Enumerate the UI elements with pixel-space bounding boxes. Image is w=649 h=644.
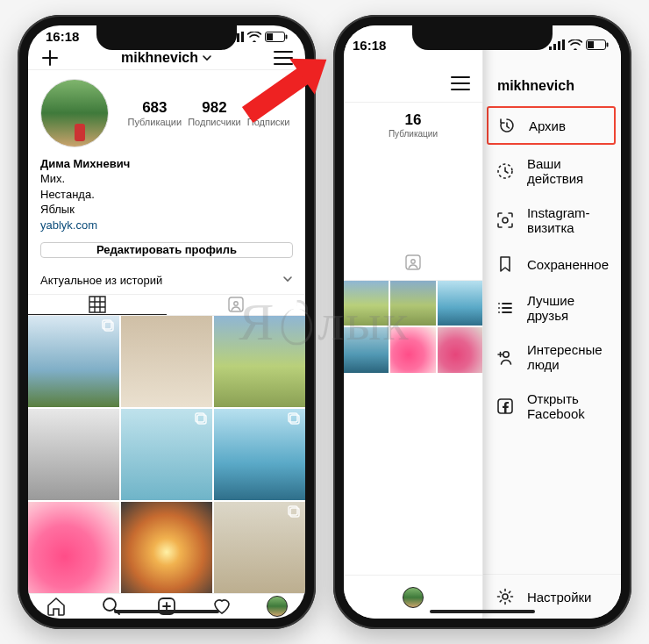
bio-link[interactable]: yablyk.com — [40, 218, 293, 233]
tab-new-post[interactable] — [155, 595, 178, 618]
status-time: 16:18 — [46, 29, 79, 44]
status-icons — [549, 39, 609, 50]
notch — [412, 25, 553, 50]
posts-label: Публикации — [128, 117, 182, 127]
screen-right: 16:18 . 16 Публикации — [344, 25, 621, 619]
menu-item-saved[interactable]: Сохраненное — [483, 245, 621, 283]
post-thumb[interactable] — [344, 281, 389, 326]
profile-header: mikhnevich — [28, 47, 305, 70]
tab-search[interactable] — [100, 595, 123, 618]
tab-tagged-partial[interactable] — [344, 244, 482, 280]
status-icons — [228, 32, 288, 42]
edit-profile-button[interactable]: Редактировать профиль — [40, 242, 293, 258]
posts-label: Публикации — [389, 129, 438, 139]
add-post-icon — [156, 596, 177, 617]
svg-rect-5 — [267, 33, 273, 40]
svg-rect-6 — [286, 34, 288, 39]
menu-list: Архив Ваши действия Instagram-визитка Со… — [483, 101, 621, 574]
avatar-mini-icon — [403, 587, 424, 608]
chevron-down-icon — [282, 274, 293, 287]
bio: Дима Михневич Мих. Нестанда. Яблык yably… — [28, 156, 305, 242]
history-icon — [497, 116, 517, 135]
menu-item-discover-people[interactable]: Интересные люди — [483, 333, 621, 382]
posts-grid — [28, 316, 305, 593]
svg-rect-26 — [588, 41, 594, 48]
svg-point-32 — [503, 594, 508, 599]
phone-right: 16:18 . 16 Публикации — [333, 15, 631, 629]
wifi-icon — [568, 39, 582, 50]
menu-item-close-friends[interactable]: Лучшие друзья — [483, 283, 621, 333]
tab-profile[interactable] — [266, 595, 289, 618]
scan-icon — [496, 211, 515, 230]
gear-icon — [496, 587, 515, 606]
clock-icon — [496, 161, 515, 181]
post-thumb[interactable] — [214, 316, 305, 407]
menu-item-label: Сохраненное — [527, 257, 609, 272]
svg-rect-3 — [241, 32, 244, 42]
tab-tagged[interactable] — [167, 295, 305, 315]
svg-rect-24 — [562, 39, 565, 50]
menu-item-archive[interactable]: Архив — [487, 106, 616, 145]
battery-icon — [586, 39, 609, 50]
post-thumb[interactable] — [121, 502, 212, 593]
tagged-icon — [227, 296, 245, 313]
username-dropdown[interactable]: mikhnevich — [121, 50, 212, 66]
bookmark-icon — [496, 254, 515, 274]
side-menu: mikhnevich Архив Ваши действия Instagram… — [483, 25, 621, 619]
menu-button[interactable] — [451, 75, 470, 91]
stat-posts[interactable]: 683 Публикации — [128, 99, 182, 127]
status-time: 16:18 — [353, 38, 386, 53]
post-thumb[interactable] — [438, 281, 482, 326]
followers-label: Подписчики — [188, 117, 241, 127]
search-icon — [101, 596, 122, 617]
menu-item-label: Instagram-визитка — [527, 205, 609, 235]
carousel-icon — [195, 412, 209, 430]
signal-icon — [549, 39, 565, 50]
post-thumb[interactable] — [121, 409, 212, 500]
tab-profile[interactable] — [402, 586, 424, 609]
post-thumb[interactable] — [390, 327, 435, 372]
add-person-icon — [496, 347, 515, 367]
carousel-icon — [102, 319, 116, 337]
menu-item-facebook[interactable]: Открыть Facebook — [483, 382, 621, 431]
post-thumb[interactable] — [344, 327, 389, 372]
menu-username: mikhnevich — [483, 64, 621, 101]
menu-item-label: Открыть Facebook — [527, 391, 609, 421]
posts-count: 16 — [389, 111, 438, 129]
tab-grid[interactable] — [28, 295, 167, 315]
post-thumb[interactable] — [214, 409, 305, 500]
settings-label: Настройки — [527, 590, 592, 605]
menu-item-activity[interactable]: Ваши действия — [483, 147, 621, 196]
wifi-icon — [247, 32, 261, 42]
post-thumb[interactable] — [390, 281, 435, 326]
post-thumb[interactable] — [438, 327, 482, 372]
post-thumb[interactable] — [28, 316, 119, 407]
avatar[interactable] — [40, 79, 109, 147]
phone-left: 16:18 mikhnevich — [18, 15, 316, 629]
tab-activity[interactable] — [210, 595, 233, 618]
add-button[interactable] — [40, 48, 60, 68]
bio-line3: Яблык — [40, 202, 293, 218]
grid-icon — [89, 296, 106, 313]
post-thumb[interactable] — [28, 409, 119, 500]
stat-followers[interactable]: 982 Подписчики — [188, 99, 241, 127]
username-label: mikhnevich — [121, 50, 198, 66]
tab-home[interactable] — [45, 595, 68, 618]
home-icon — [46, 596, 67, 617]
edit-profile-label: Редактировать профиль — [96, 243, 237, 256]
home-indicator — [430, 610, 535, 613]
svg-point-20 — [411, 259, 415, 262]
svg-rect-23 — [558, 41, 560, 50]
story-highlights-toggle[interactable]: Актуальное из историй — [28, 267, 305, 295]
svg-rect-21 — [549, 47, 552, 50]
post-thumb[interactable] — [28, 502, 119, 593]
profile-behind-menu: 16:18 . 16 Публикации — [344, 25, 483, 619]
home-indicator — [114, 610, 219, 613]
posts-count: 683 — [128, 99, 182, 117]
stat-posts-partial: 16 Публикации — [389, 111, 438, 139]
post-thumb[interactable] — [121, 316, 212, 407]
highlights-label: Актуальное из историй — [40, 274, 162, 287]
svg-rect-7 — [229, 297, 243, 311]
post-thumb[interactable] — [214, 502, 305, 593]
menu-item-nametag[interactable]: Instagram-визитка — [483, 196, 621, 245]
